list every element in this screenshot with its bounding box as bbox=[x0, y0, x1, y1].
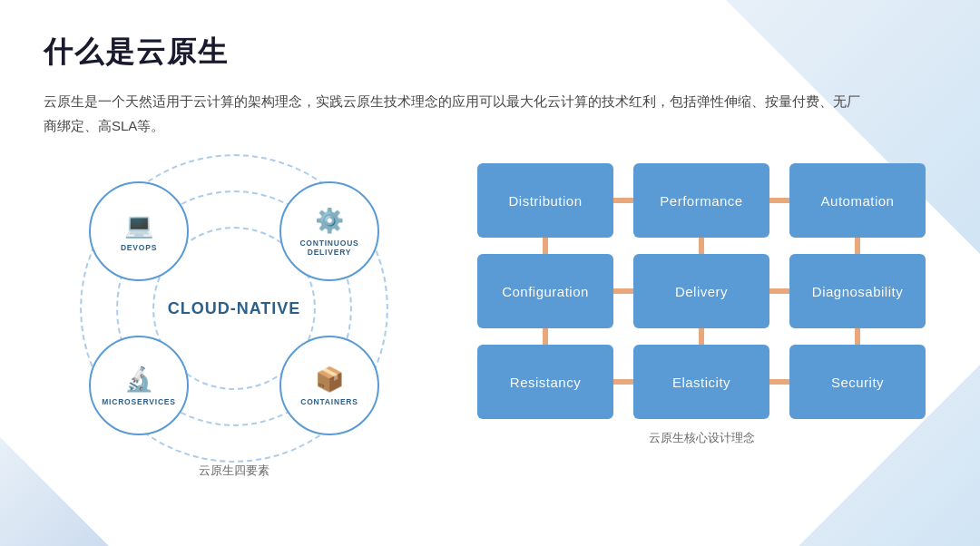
concept-box-distribution: Distribution bbox=[477, 163, 613, 238]
concept-box-resistancy: Resistancy bbox=[477, 345, 613, 419]
concept-box-elasticity: Elasticity bbox=[633, 345, 769, 419]
quadrant-devops: 💻 DEVOPS bbox=[89, 181, 189, 281]
v-connector-2-1 bbox=[543, 328, 548, 345]
cloud-native-label: CLOUD-NATIVE bbox=[168, 299, 301, 318]
concepts-grid-container: Distribution Performance Autom bbox=[461, 163, 942, 419]
quadrant-microservices: 🔬 MICROSERVICES bbox=[89, 336, 189, 435]
v-segment-6 bbox=[789, 328, 926, 345]
microservices-icon: 🔬 bbox=[124, 366, 153, 394]
v-connector-1-2 bbox=[699, 238, 704, 254]
v-segment-5 bbox=[633, 328, 769, 345]
box-resistancy-wrapper: Resistancy bbox=[477, 345, 613, 419]
h-connector-2-2 bbox=[769, 288, 789, 294]
page-title: 什么是云原生 bbox=[44, 33, 936, 73]
h-connector-1-1 bbox=[613, 198, 633, 203]
concept-box-security: Security bbox=[789, 345, 926, 419]
box-automation-wrapper: Automation bbox=[789, 163, 926, 238]
grid-row-2: Configuration Delivery Diagnos bbox=[461, 254, 942, 328]
concept-box-diagnosability: Diagnosability bbox=[789, 254, 926, 328]
h-connector-1-2 bbox=[769, 198, 789, 203]
quadrant-containers: 📦 CONTAINERS bbox=[279, 336, 379, 435]
h-connector-2-1 bbox=[613, 288, 633, 294]
v-segment-3 bbox=[789, 238, 926, 254]
grid-section: Distribution Performance Autom bbox=[461, 163, 942, 446]
v-connector-row-1 bbox=[461, 238, 942, 254]
devops-icon: 💻 bbox=[124, 211, 153, 239]
v-connector-row-2 bbox=[461, 328, 942, 345]
box-delivery-wrapper: Delivery bbox=[633, 254, 769, 328]
continuous-delivery-label: CONTINUOUSDELIVERY bbox=[299, 239, 358, 257]
diagram-section: CLOUD-NATIVE 💻 DEVOPS ⚙️ CONTINUOUSDELIV… bbox=[44, 163, 425, 479]
box-diagnosability-wrapper: Diagnosability bbox=[789, 254, 926, 328]
concept-box-configuration: Configuration bbox=[477, 254, 613, 328]
h-connector-3-1 bbox=[613, 379, 633, 385]
box-performance-wrapper: Performance bbox=[633, 163, 769, 238]
concept-box-automation: Automation bbox=[789, 163, 926, 238]
grid-row-1: Distribution Performance Autom bbox=[461, 163, 942, 238]
box-elasticity-wrapper: Elasticity bbox=[633, 345, 769, 419]
page-description: 云原生是一个天然适用于云计算的架构理念，实践云原生技术理念的应用可以最大化云计算… bbox=[44, 89, 860, 138]
diagram-caption: 云原生四要素 bbox=[199, 463, 270, 479]
containers-label: CONTAINERS bbox=[300, 397, 358, 406]
box-configuration-wrapper: Configuration bbox=[477, 254, 613, 328]
cloud-native-diagram: CLOUD-NATIVE 💻 DEVOPS ⚙️ CONTINUOUSDELIV… bbox=[62, 163, 407, 453]
h-connector-3-2 bbox=[769, 379, 789, 385]
devops-label: DEVOPS bbox=[121, 243, 157, 252]
page-wrapper: 什么是云原生 云原生是一个天然适用于云计算的架构理念，实践云原生技术理念的应用可… bbox=[0, 0, 980, 546]
v-segment-4 bbox=[477, 328, 613, 345]
v-connector-2-3 bbox=[855, 328, 860, 345]
v-segment-1 bbox=[477, 238, 613, 254]
continuous-delivery-icon: ⚙️ bbox=[315, 207, 344, 235]
v-connector-1-3 bbox=[855, 238, 860, 254]
microservices-label: MICROSERVICES bbox=[102, 397, 176, 406]
quadrant-continuous-delivery: ⚙️ CONTINUOUSDELIVERY bbox=[279, 181, 379, 281]
containers-icon: 📦 bbox=[315, 366, 344, 394]
concept-box-delivery: Delivery bbox=[633, 254, 769, 328]
concept-box-performance: Performance bbox=[633, 163, 769, 238]
box-security-wrapper: Security bbox=[789, 345, 926, 419]
main-content: CLOUD-NATIVE 💻 DEVOPS ⚙️ CONTINUOUSDELIV… bbox=[44, 163, 936, 479]
v-segment-2 bbox=[633, 238, 769, 254]
v-connector-2-2 bbox=[699, 328, 704, 345]
box-distribution-wrapper: Distribution bbox=[477, 163, 613, 238]
grid-row-3: Resistancy Elasticity Security bbox=[461, 345, 942, 419]
v-connector-1-1 bbox=[543, 238, 548, 254]
grid-caption: 云原生核心设计理念 bbox=[649, 430, 755, 446]
